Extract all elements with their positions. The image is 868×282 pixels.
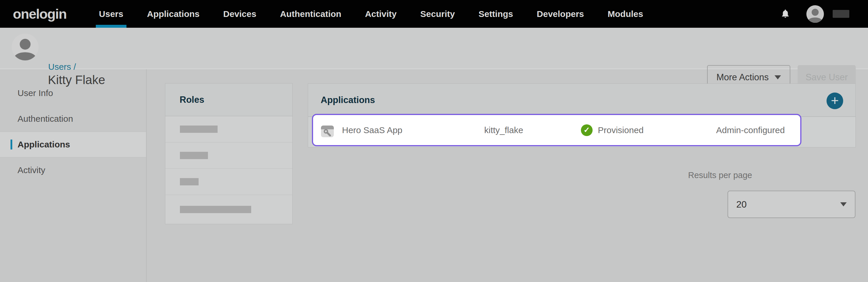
more-actions-label: More Actions	[716, 72, 769, 83]
app-status: Provisioned	[581, 124, 644, 136]
nav-item-activity[interactable]: Activity	[362, 0, 400, 28]
sidebar-item-user-info[interactable]: User Info	[0, 80, 146, 106]
nav-item-security[interactable]: Security	[417, 0, 458, 28]
app-provisioning-type: Admin-configured	[716, 125, 785, 135]
applications-panel: Applications + Hero SaaS App kitty_flake…	[308, 84, 856, 148]
wrench-app-icon	[321, 126, 334, 137]
top-nav: onelogin Users Applications Devices Auth…	[0, 0, 868, 28]
nav-item-devices[interactable]: Devices	[220, 0, 259, 28]
redacted-role-name	[180, 152, 208, 159]
nav-item-modules[interactable]: Modules	[604, 0, 647, 28]
nav-item-authentication[interactable]: Authentication	[277, 0, 345, 28]
app-login-name: kitty_flake	[484, 125, 523, 135]
role-row-redacted	[165, 169, 292, 195]
role-row-redacted	[165, 195, 292, 224]
app-name: Hero SaaS App	[342, 125, 402, 135]
primary-nav: Users Applications Devices Authenticatio…	[96, 0, 663, 28]
bell-icon[interactable]	[781, 9, 790, 19]
redacted-role-name	[180, 126, 218, 133]
redacted-role-name	[180, 206, 251, 213]
onelogin-logo[interactable]: onelogin	[13, 6, 67, 22]
account-name-redacted[interactable]	[833, 10, 849, 18]
role-row-redacted	[165, 143, 292, 169]
onelogin-admin-page: onelogin Users Applications Devices Auth…	[0, 0, 868, 282]
results-per-page-label: Results per page	[688, 170, 752, 180]
applications-panel-header: Applications	[308, 84, 856, 117]
nav-item-settings[interactable]: Settings	[475, 0, 516, 28]
sidebar-item-authentication[interactable]: Authentication	[0, 106, 146, 132]
nav-item-developers[interactable]: Developers	[534, 0, 587, 28]
results-per-page-select[interactable]: 20	[727, 191, 856, 218]
add-application-button[interactable]: +	[827, 93, 843, 109]
nav-item-applications[interactable]: Applications	[144, 0, 203, 28]
sidebar-item-label: Applications	[18, 139, 70, 150]
caret-down-icon	[775, 75, 781, 80]
user-section-sidebar: User Info Authentication Applications Ac…	[0, 69, 147, 282]
results-per-page-value: 20	[736, 199, 747, 210]
plus-icon: +	[831, 94, 839, 107]
applications-panel-title: Applications	[321, 95, 375, 105]
account-avatar[interactable]	[806, 5, 824, 23]
user-page-header: Users / Kitty Flake More Actions Save Us…	[0, 28, 868, 69]
role-row-redacted	[165, 116, 292, 143]
active-item-marker	[10, 139, 12, 150]
roles-panel: Roles	[165, 83, 292, 224]
check-icon	[581, 124, 593, 136]
caret-down-icon	[840, 202, 847, 207]
nav-right-group	[781, 5, 868, 23]
sidebar-item-applications[interactable]: Applications	[0, 132, 146, 157]
roles-panel-title: Roles	[165, 84, 292, 116]
redacted-role-name	[180, 178, 198, 185]
application-row-hero-saas-app[interactable]: Hero SaaS App kitty_flake Provisioned Ad…	[312, 114, 801, 146]
user-avatar	[12, 34, 38, 60]
sidebar-item-activity[interactable]: Activity	[0, 157, 146, 183]
nav-item-users[interactable]: Users	[96, 0, 126, 28]
app-status-label: Provisioned	[598, 125, 644, 135]
